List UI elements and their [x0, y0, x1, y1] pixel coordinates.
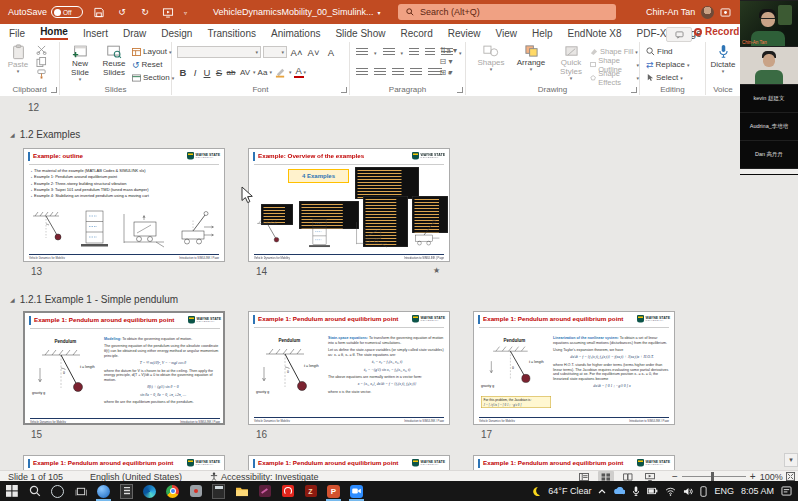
italic-button[interactable]: I [189, 67, 201, 78]
slide-thumbnail-16[interactable]: Example 1: Pendulum around equilibrium p… [248, 311, 450, 425]
quick-styles-button[interactable]: Quick Styles▾ [554, 44, 588, 82]
start-button[interactable] [0, 481, 23, 501]
speech-app-icon[interactable] [184, 481, 207, 501]
tab-review[interactable]: Review [448, 28, 481, 39]
document-title[interactable]: VehicleDynamicsMobility_00_Simulink... ▾ [213, 0, 381, 24]
browser-sphere-icon[interactable] [92, 481, 115, 501]
new-slide-button[interactable]: New Slide▾ [64, 44, 96, 83]
language-indicator[interactable]: ENG [714, 486, 734, 496]
strikethrough-button[interactable]: S [213, 67, 225, 78]
align-text-button[interactable]: ⊟ ▾ [440, 57, 457, 66]
calculator-icon[interactable] [207, 481, 230, 501]
tab-view[interactable]: View [496, 28, 518, 39]
section-collapse-icon[interactable]: ◢ [10, 296, 15, 303]
font-name-select[interactable]: ▾ [177, 46, 261, 58]
start-slideshow-icon[interactable] [161, 7, 175, 18]
replace-button[interactable]: ⇄ Replace▾ [646, 58, 689, 71]
notes-app-icon[interactable] [115, 481, 138, 501]
slide-thumbnail-13[interactable]: Example: outline WAYNE STATEUNIVERSITY T… [23, 148, 225, 262]
slide-thumbnail-15[interactable]: Example 1: Pendulum around equilibrium p… [23, 311, 225, 425]
language-status[interactable]: English (United States) [90, 472, 182, 482]
clipboard-dialog-launcher[interactable] [51, 87, 57, 93]
reset-button[interactable]: ↺ Reset [132, 58, 174, 71]
zoom-app-icon[interactable] [345, 481, 368, 501]
clock[interactable]: 8:05 AM [741, 486, 774, 496]
participant-video-1[interactable]: Chin-An Tan [740, 0, 798, 46]
battery-icon[interactable] [647, 487, 658, 495]
volume-icon[interactable] [683, 487, 693, 496]
edge-icon[interactable] [138, 481, 161, 501]
notification-center-icon[interactable] [781, 486, 792, 496]
numbering-icon[interactable] [383, 48, 395, 57]
search-input[interactable]: Search (Alt+Q) [398, 4, 616, 20]
slide-number-16[interactable]: 16 [256, 429, 267, 440]
powerpoint-icon[interactable]: P [322, 481, 345, 501]
tray-expand-icon[interactable] [598, 489, 606, 494]
grow-font-button[interactable]: A˄ [289, 47, 304, 58]
clear-formatting-button[interactable]: A [323, 47, 339, 58]
select-button[interactable]: Select▾ [646, 71, 689, 84]
character-spacing-button[interactable]: AV [237, 68, 253, 77]
tab-draw[interactable]: Draw [123, 28, 146, 39]
cut-icon[interactable] [36, 45, 47, 55]
copy-icon[interactable] [36, 57, 47, 67]
align-center-icon[interactable] [374, 68, 386, 77]
slide-number-14[interactable]: 14 [256, 266, 267, 277]
slide-thumbnail-17[interactable]: Example 1: Pendulum around equilibrium p… [473, 311, 675, 425]
autosave-switch[interactable]: Off [51, 6, 83, 18]
record-button[interactable]: Record [694, 26, 739, 37]
shapes-button[interactable]: Shapes▾ [474, 44, 508, 73]
shape-effects-button[interactable]: Shape Effects▾ [590, 71, 639, 84]
tab-slide-show[interactable]: Slide Show [335, 28, 385, 39]
increase-indent-icon[interactable] [425, 48, 435, 57]
layout-button[interactable]: Layout▾ [132, 45, 174, 58]
participant-video-2[interactable] [740, 46, 798, 84]
slide-number-12[interactable]: 12 [28, 102, 39, 113]
font-size-select[interactable]: ▾ [263, 46, 287, 58]
paste-button[interactable]: Paste▾ [4, 44, 32, 75]
accessibility-status[interactable]: Accessibility: Investigate [210, 472, 319, 482]
zoom-level[interactable]: 100% [760, 472, 783, 482]
weather-text[interactable]: 64°F Clear [548, 486, 591, 496]
highlight-color-icon[interactable] [274, 67, 287, 78]
bullets-icon[interactable] [356, 48, 368, 57]
find-button[interactable]: Find [646, 45, 689, 58]
arrange-button[interactable]: Arrange▾ [512, 44, 550, 73]
align-left-icon[interactable] [356, 68, 368, 77]
text-shadow-button[interactable]: ab [225, 68, 237, 77]
acrobat-icon[interactable] [276, 481, 299, 501]
slide-number-13[interactable]: 13 [31, 266, 42, 277]
user-avatar[interactable] [701, 6, 714, 19]
presenter-icon[interactable] [720, 8, 731, 17]
slide-thumbnail-14[interactable]: Example: Overview of the examples WAYNE … [248, 148, 450, 262]
dictate-button[interactable]: Dictate▾ [708, 44, 738, 75]
tab-transitions[interactable]: Transitions [207, 28, 256, 39]
format-painter-icon[interactable] [36, 69, 47, 79]
chrome-icon[interactable] [161, 481, 184, 501]
shrink-font-button[interactable]: A˅ [306, 47, 321, 58]
comments-button[interactable] [666, 27, 692, 42]
slide-thumbnail-18-partial[interactable]: Example 1: Pendulum around equilibrium p… [23, 455, 225, 470]
user-name[interactable]: Chin-An Tan [646, 7, 695, 17]
participant-tile-3[interactable]: kevin 赵廷文 [740, 84, 798, 112]
font-dialog-launcher[interactable] [341, 87, 347, 93]
slide-thumbnail-19-partial[interactable]: Example 1: Pendulum around equilibrium p… [248, 455, 450, 470]
section-button[interactable]: Section▾ [132, 71, 174, 84]
media-app-icon[interactable] [253, 481, 276, 501]
underline-button[interactable]: U [201, 67, 213, 78]
drawing-dialog-launcher[interactable] [631, 87, 637, 93]
bold-button[interactable]: B [177, 67, 189, 78]
pdf-app-icon[interactable]: Z [299, 481, 322, 501]
file-explorer-icon[interactable] [230, 481, 253, 501]
convert-smartart-button[interactable]: ⊞ ▾ [440, 68, 457, 77]
tab-design[interactable]: Design [161, 28, 192, 39]
save-icon[interactable] [92, 7, 106, 18]
tab-record[interactable]: Record [400, 28, 432, 39]
tab-home[interactable]: Home [40, 26, 68, 40]
slide-thumbnail-20-partial[interactable]: Example 1: Pendulum around equilibrium p… [473, 455, 675, 470]
qat-more-icon[interactable]: ▿ [184, 9, 187, 16]
phone-link-icon[interactable] [700, 486, 707, 497]
participant-tile-4[interactable]: Audrina_李培培 [740, 112, 798, 140]
wifi-icon[interactable] [665, 487, 676, 496]
reuse-slides-button[interactable]: Reuse Slides [98, 44, 130, 77]
